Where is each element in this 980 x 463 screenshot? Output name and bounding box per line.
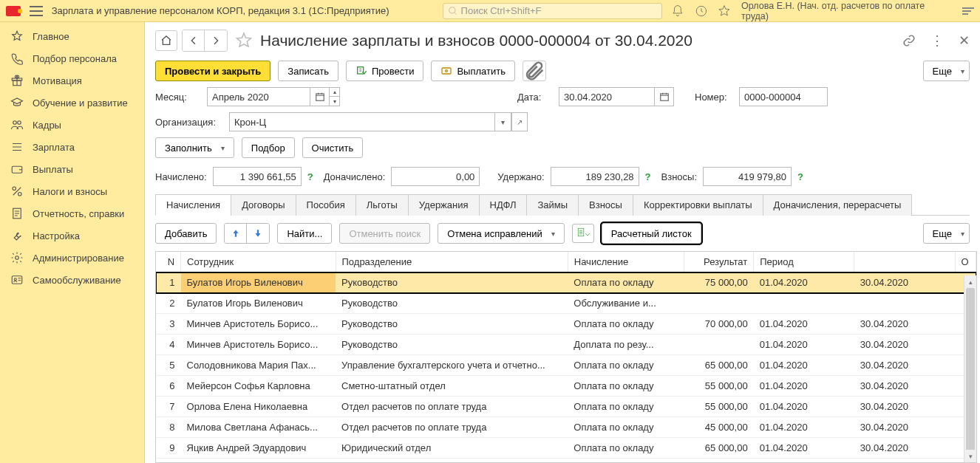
- tab-3[interactable]: Льготы: [355, 194, 409, 216]
- number-input[interactable]: 0000-000004: [739, 87, 828, 106]
- accrued-value[interactable]: 1 390 661,55: [213, 167, 302, 186]
- col-header-result[interactable]: Результат: [684, 252, 753, 272]
- sidebar-item-gear[interactable]: Администрирование: [0, 247, 144, 269]
- accrued-label: Начислено:: [155, 171, 207, 182]
- sidebar-item-label: Зарплата: [33, 142, 75, 153]
- col-header-o[interactable]: О: [955, 252, 976, 272]
- tab-2[interactable]: Пособия: [296, 194, 356, 216]
- attachment-button[interactable]: [523, 61, 546, 81]
- more-button[interactable]: Еще▾: [923, 223, 970, 244]
- accruals-table[interactable]: N Сотрудник Подразделение Начисление Рез…: [156, 252, 976, 459]
- sidebar-item-doc[interactable]: Отчетность, справки: [0, 202, 144, 224]
- month-input[interactable]: Апрель 2020: [207, 87, 310, 106]
- calendar-icon[interactable]: [655, 87, 674, 106]
- col-header-department[interactable]: Подразделение: [336, 252, 568, 272]
- move-down-button[interactable]: [247, 224, 269, 243]
- cancel-corrections-button[interactable]: Отмена исправлений▾: [438, 223, 565, 244]
- nav-back-button[interactable]: [183, 30, 205, 51]
- svg-point-6: [18, 121, 21, 125]
- nav-forward-button[interactable]: [205, 30, 227, 51]
- calendar-icon[interactable]: [310, 87, 330, 106]
- tab-8[interactable]: Корректировки выплаты: [633, 194, 763, 216]
- wrench-icon: [10, 229, 24, 242]
- sidebar-item-grad[interactable]: Обучение и развитие: [0, 92, 144, 114]
- show-details-button[interactable]: [572, 224, 594, 243]
- kebab-menu-icon[interactable]: ⋮: [930, 32, 944, 49]
- table-row[interactable]: 7Орлова Елена НиколаевнаОтдел расчетов п…: [156, 397, 976, 417]
- tab-7[interactable]: Взносы: [578, 194, 633, 216]
- sidebar-item-phone[interactable]: Подбор персонала: [0, 47, 144, 69]
- org-input[interactable]: Крон-Ц: [229, 112, 495, 131]
- table-row[interactable]: 6Мейерсон Софья КарловнаСметно-штатный о…: [156, 376, 976, 397]
- table-row[interactable]: 4Минчев Аристотель Борисо...РуководствоД…: [156, 335, 976, 355]
- col-header-accrual[interactable]: Начисление: [568, 252, 684, 272]
- tab-1[interactable]: Договоры: [231, 194, 296, 216]
- withheld-value[interactable]: 189 230,28: [551, 167, 639, 186]
- col-header-period-end[interactable]: [854, 252, 955, 272]
- wallet-icon: [10, 162, 24, 176]
- tab-9[interactable]: Доначисления, перерасчеты: [763, 194, 913, 216]
- home-button[interactable]: [155, 30, 177, 51]
- table-row[interactable]: 5Солодовникова Мария Пах...Управление бу…: [156, 355, 976, 376]
- close-button[interactable]: ✕: [959, 32, 970, 49]
- menu-icon[interactable]: [30, 6, 43, 16]
- table-row[interactable]: 3Минчев Аристотель Борисо...РуководствоО…: [156, 314, 976, 335]
- help-icon[interactable]: ?: [645, 171, 651, 182]
- col-header-n[interactable]: N: [156, 252, 181, 272]
- global-search[interactable]: Поиск Ctrl+Shift+F: [443, 3, 662, 19]
- sidebar-item-wrench[interactable]: Настройка: [0, 224, 144, 247]
- app-title: Зарплата и управление персоналом КОРП, р…: [52, 5, 389, 16]
- date-input[interactable]: 30.04.2020: [559, 87, 655, 106]
- sidebar-item-label: Налоги и взносы: [33, 186, 107, 197]
- dropdown-button[interactable]: ▾: [495, 112, 511, 131]
- pay-button[interactable]: Выплатить: [431, 61, 515, 81]
- svg-point-13: [14, 278, 16, 281]
- tab-0[interactable]: Начисления: [155, 194, 231, 216]
- table-row[interactable]: 1Булатов Игорь ВиленовичРуководствоОплат…: [156, 272, 976, 293]
- sidebar-item-percent[interactable]: Налоги и взносы: [0, 180, 144, 202]
- history-icon[interactable]: [695, 4, 708, 18]
- settings-icon[interactable]: [962, 7, 974, 15]
- select-button[interactable]: Подбор: [242, 137, 295, 158]
- sidebar-item-list[interactable]: Зарплата: [0, 136, 144, 158]
- help-icon[interactable]: ?: [797, 171, 803, 182]
- link-icon[interactable]: [902, 34, 916, 47]
- sidebar-item-star[interactable]: Главное: [0, 25, 144, 47]
- svg-point-5: [13, 121, 17, 125]
- tab-6[interactable]: Займы: [526, 194, 579, 216]
- post-button[interactable]: Провести: [346, 61, 424, 81]
- user-name[interactable]: Орлова Е.Н. (Нач. отд. расчетов по оплат…: [741, 1, 952, 21]
- scrollbar[interactable]: ▴ ▾: [964, 275, 976, 462]
- help-icon[interactable]: ?: [307, 171, 313, 182]
- number-label: Номер:: [695, 92, 732, 103]
- open-ref-button[interactable]: ↗: [511, 112, 528, 131]
- fill-button[interactable]: Заполнить▾: [155, 137, 234, 158]
- table-row[interactable]: 2Булатов Игорь ВиленовичРуководствоОбслу…: [156, 293, 976, 314]
- contrib-value[interactable]: 419 979,80: [703, 167, 792, 186]
- tab-5[interactable]: НДФЛ: [479, 194, 528, 216]
- table-row[interactable]: 9Яцкив Андрей ЭдуардовичЮридический отде…: [156, 438, 976, 459]
- sidebar-item-wallet[interactable]: Выплаты: [0, 158, 144, 180]
- favorite-star-icon[interactable]: [235, 32, 253, 49]
- added-value[interactable]: 0,00: [391, 167, 480, 186]
- col-header-employee[interactable]: Сотрудник: [181, 252, 336, 272]
- sidebar-item-people[interactable]: Кадры: [0, 114, 144, 136]
- post-and-close-button[interactable]: Провести и закрыть: [155, 61, 270, 81]
- sidebar-item-label: Выплаты: [33, 164, 73, 175]
- tab-4[interactable]: Удержания: [408, 194, 480, 216]
- month-spinner[interactable]: ▴▾: [330, 87, 340, 106]
- star-icon[interactable]: [718, 4, 731, 18]
- col-header-period[interactable]: Период: [754, 252, 854, 272]
- find-button[interactable]: Найти...: [277, 223, 332, 244]
- payslip-button[interactable]: Расчетный листок: [602, 223, 701, 244]
- withheld-label: Удержано:: [497, 171, 544, 182]
- save-button[interactable]: Записать: [278, 61, 338, 81]
- clear-button[interactable]: Очистить: [302, 137, 364, 158]
- move-up-button[interactable]: [225, 224, 247, 243]
- table-row[interactable]: 8Милова Светлана Афанась...Отдел расчето…: [156, 417, 976, 438]
- add-row-button[interactable]: Добавить: [155, 223, 217, 244]
- sidebar-item-gift[interactable]: Мотивация: [0, 69, 144, 92]
- more-button[interactable]: Еще▾: [923, 61, 970, 81]
- sidebar-item-id[interactable]: Самообслуживание: [0, 269, 144, 291]
- bell-icon[interactable]: [671, 4, 684, 18]
